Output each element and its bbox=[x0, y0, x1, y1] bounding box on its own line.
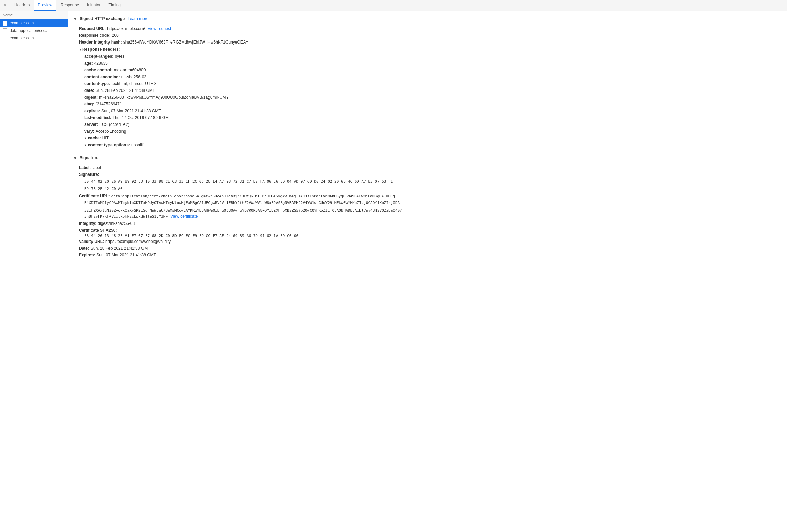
sig-bytes-line1: 30 44 02 20 26 A9 89 92 ED 10 33 98 CE C… bbox=[73, 178, 782, 185]
signature-title: Signature bbox=[80, 155, 98, 160]
request-url-label: Request URL: bbox=[79, 26, 106, 31]
file-icon-1 bbox=[3, 21, 7, 26]
sidebar-item-data-application[interactable]: data:application/ce... bbox=[0, 27, 68, 34]
response-header-value: max-age=604800 bbox=[114, 68, 146, 72]
sig-signature-label: Signature: bbox=[79, 172, 99, 177]
integrity-value: digest/mi-sha256-03 bbox=[98, 221, 135, 226]
tab-bar: × Headers Preview Response Initiator Tim… bbox=[0, 0, 787, 11]
response-header-value: bytes bbox=[115, 54, 124, 59]
close-tab-icon[interactable]: × bbox=[3, 3, 7, 8]
sig-bytes-line2: B9 73 2E 42 C0 A0 bbox=[73, 185, 782, 193]
integrity-label: Integrity: bbox=[79, 221, 96, 226]
response-header-value: mi-sha256-03=kcwVP6aOwYmA/j9JbUU0GbuiZdn… bbox=[99, 95, 231, 100]
response-code-value: 200 bbox=[112, 33, 119, 38]
response-header-value: text/html; charset=UTF-8 bbox=[112, 81, 156, 86]
request-url-value: https://example.com/ bbox=[107, 26, 145, 31]
cert-url-line4: 5nBHzvFK7KF+VzxtkbhNzcEpkdW1teS1vY3Nw bbox=[84, 214, 168, 219]
tab-response[interactable]: Response bbox=[56, 0, 83, 11]
response-header-label: server: bbox=[84, 122, 98, 127]
sidebar: Name example.com data:application/ce... … bbox=[0, 11, 68, 532]
header-integrity-value: sha256-/IWdYDKW663F+eRGZMdhwjEhIJW+Hw6hK… bbox=[123, 40, 248, 45]
response-header-row: last-modified:Thu, 17 Oct 2019 07:18:26 … bbox=[79, 114, 782, 121]
cert-url-value-1: data:application/cert-chain+cbor;base64,… bbox=[111, 194, 395, 198]
request-url-row: Request URL: https://example.com/ View r… bbox=[73, 25, 782, 32]
response-header-label: digest: bbox=[84, 95, 98, 100]
response-header-row: x-cache:HIT bbox=[79, 135, 782, 142]
signature-section-header: ▼ Signature bbox=[73, 154, 782, 162]
header-integrity-label: Header integrity hash: bbox=[79, 40, 122, 45]
response-header-label: date: bbox=[84, 88, 94, 93]
response-headers-list: accept-ranges:bytesage:428635cache-contr… bbox=[79, 53, 782, 148]
response-header-label: x-cache: bbox=[84, 136, 101, 140]
collapse-triangle-2[interactable]: ▼ bbox=[79, 48, 82, 51]
sidebar-label-2: data:application/ce... bbox=[10, 28, 47, 33]
tab-initiator[interactable]: Initiator bbox=[83, 0, 104, 11]
response-header-row: cache-control:max-age=604800 bbox=[79, 67, 782, 73]
validity-url-value: https://example.com/webpkg/validity bbox=[105, 239, 171, 244]
response-header-row: expires:Sun, 07 Mar 2021 21:41:38 GMT bbox=[79, 107, 782, 114]
tab-preview[interactable]: Preview bbox=[34, 0, 56, 11]
response-header-value: Sun, 28 Feb 2021 21:41:38 GMT bbox=[96, 88, 155, 93]
sig-date-label: Date: bbox=[79, 246, 89, 251]
signed-http-exchange-title: Signed HTTP exchange bbox=[80, 16, 125, 21]
cert-url-label: Certificate URL: bbox=[79, 194, 110, 198]
sig-label-label: Label: bbox=[79, 165, 91, 170]
sig-date-row: Date: Sun, 28 Feb 2021 21:41:38 GMT bbox=[73, 245, 782, 252]
response-header-row: content-encoding:mi-sha256-03 bbox=[79, 73, 782, 80]
view-certificate-link[interactable]: View certificate bbox=[170, 214, 198, 219]
sig-signature-row: Signature: bbox=[73, 171, 782, 178]
response-header-value: mi-sha256-03 bbox=[121, 74, 146, 79]
sig-label-value: label bbox=[92, 165, 101, 170]
response-header-row: server:ECS (dcb/7EA2) bbox=[79, 121, 782, 128]
response-header-row: vary:Accept-Encoding bbox=[79, 128, 782, 135]
response-code-row: Response code: 200 bbox=[73, 32, 782, 39]
response-header-value: 428635 bbox=[94, 61, 108, 66]
header-integrity-row: Header integrity hash: sha256-/IWdYDKW66… bbox=[73, 39, 782, 46]
content-area: ▼ Signed HTTP exchange Learn more Reques… bbox=[68, 11, 787, 532]
sig-label-row: Label: label bbox=[73, 164, 782, 171]
response-header-value: ECS (dcb/7EA2) bbox=[99, 122, 129, 127]
response-header-row: x-content-type-options:nosniff bbox=[79, 142, 782, 148]
sig-expires-label: Expires: bbox=[79, 253, 95, 257]
view-request-link[interactable]: View request bbox=[148, 26, 171, 31]
response-header-label: expires: bbox=[84, 109, 100, 113]
response-header-value: Accept-Encoding bbox=[96, 129, 127, 134]
cert-sha256-label: Certificate SHA256: bbox=[79, 228, 117, 233]
response-header-label: accept-ranges: bbox=[84, 54, 113, 59]
sidebar-item-example-com-2[interactable]: example.com bbox=[0, 34, 68, 42]
response-header-label: vary: bbox=[84, 129, 94, 134]
signed-http-exchange-header: ▼ Signed HTTP exchange Learn more bbox=[73, 15, 782, 22]
file-icon-3 bbox=[3, 36, 7, 40]
sig-date-value: Sun, 28 Feb 2021 21:41:38 GMT bbox=[90, 246, 150, 251]
response-header-row: etag:"3147526947" bbox=[79, 101, 782, 107]
response-headers-label: Response headers: bbox=[82, 47, 120, 52]
cert-url-line3: 52IHZXAxtuNiSZvoPkOaXySR2ESqFNnWEuU/BaMs… bbox=[73, 207, 782, 214]
response-header-label: etag: bbox=[84, 102, 94, 106]
section-separator bbox=[73, 151, 782, 151]
cert-url-row: Certificate URL: data:application/cert-c… bbox=[73, 193, 782, 199]
response-code-label: Response code: bbox=[79, 33, 111, 38]
sidebar-label-1: example.com bbox=[10, 21, 34, 26]
sidebar-item-example-com-1[interactable]: example.com bbox=[0, 19, 68, 27]
response-headers-section: ▼ Response headers: accept-ranges:bytesa… bbox=[73, 46, 782, 148]
tab-headers[interactable]: Headers bbox=[10, 0, 34, 11]
collapse-triangle-3[interactable]: ▼ bbox=[73, 156, 77, 160]
response-header-row: age:428635 bbox=[79, 60, 782, 67]
response-header-row: date:Sun, 28 Feb 2021 21:41:38 GMT bbox=[79, 87, 782, 94]
integrity-row: Integrity: digest/mi-sha256-03 bbox=[73, 220, 782, 227]
response-header-value: "3147526947" bbox=[96, 102, 121, 106]
collapse-triangle-1[interactable]: ▼ bbox=[73, 17, 77, 21]
response-headers-header: ▼ Response headers: bbox=[79, 46, 782, 53]
response-header-value: nosniff bbox=[131, 143, 143, 147]
cert-sha256-row: Certificate SHA256: bbox=[73, 227, 782, 234]
response-header-label: age: bbox=[84, 61, 93, 66]
sidebar-label-3: example.com bbox=[10, 36, 34, 40]
response-header-label: last-modified: bbox=[84, 115, 111, 120]
learn-more-link[interactable]: Learn more bbox=[128, 16, 148, 21]
tab-timing[interactable]: Timing bbox=[104, 0, 125, 11]
response-header-label: cache-control: bbox=[84, 68, 113, 72]
response-header-value: HIT bbox=[102, 136, 109, 140]
cert-url-line2: B4XDTIxMDIyODAwMTcyNloXDTIxMDUyOTAwMTcyN… bbox=[73, 199, 782, 207]
sidebar-header: Name bbox=[0, 11, 68, 19]
main-layout: Name example.com data:application/ce... … bbox=[0, 11, 787, 532]
